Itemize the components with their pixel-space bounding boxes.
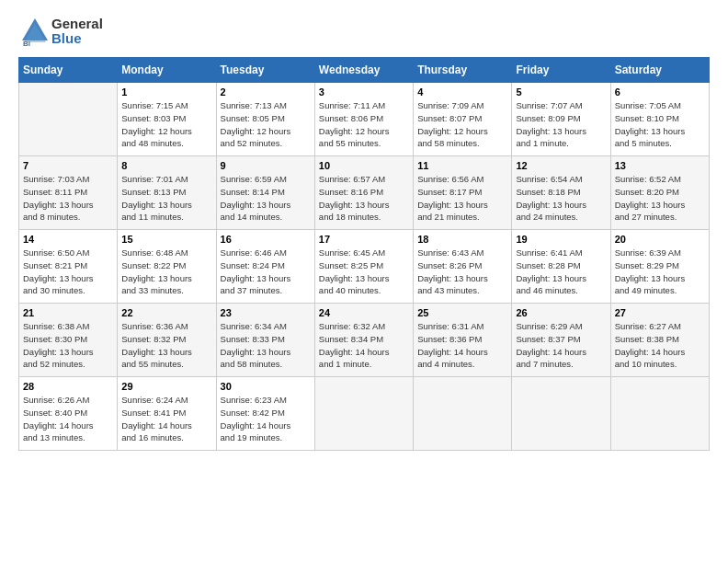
- day-number: 20: [615, 234, 705, 245]
- header: Bl General Blue: [18, 15, 710, 48]
- calendar-cell: 28Sunrise: 6:26 AM Sunset: 8:40 PM Dayli…: [19, 377, 118, 451]
- day-number: 12: [516, 160, 606, 171]
- day-number: 4: [417, 86, 507, 98]
- calendar-cell: 17Sunrise: 6:45 AM Sunset: 8:25 PM Dayli…: [314, 230, 413, 304]
- calendar-cell: 4Sunrise: 7:09 AM Sunset: 8:07 PM Daylig…: [414, 83, 512, 156]
- day-number: 11: [417, 160, 507, 171]
- day-number: 18: [417, 234, 507, 245]
- weekday-header-wednesday: Wednesday: [314, 58, 413, 83]
- day-info: Sunrise: 7:05 AM Sunset: 8:10 PM Dayligh…: [615, 99, 705, 150]
- day-info: Sunrise: 6:29 AM Sunset: 8:37 PM Dayligh…: [516, 320, 606, 371]
- week-row-0: 1Sunrise: 7:15 AM Sunset: 8:03 PM Daylig…: [19, 83, 710, 156]
- calendar-cell: 15Sunrise: 6:48 AM Sunset: 8:22 PM Dayli…: [118, 230, 216, 304]
- calendar-cell: 25Sunrise: 6:31 AM Sunset: 8:36 PM Dayli…: [414, 304, 512, 377]
- day-number: 10: [319, 160, 409, 171]
- weekday-header-sunday: Sunday: [19, 58, 118, 83]
- day-info: Sunrise: 6:59 AM Sunset: 8:14 PM Dayligh…: [221, 173, 311, 224]
- day-number: 15: [121, 234, 211, 245]
- day-info: Sunrise: 6:50 AM Sunset: 8:21 PM Dayligh…: [23, 247, 113, 297]
- day-info: Sunrise: 7:01 AM Sunset: 8:13 PM Dayligh…: [121, 173, 211, 224]
- logo-general: General: [51, 16, 103, 31]
- calendar-cell: [512, 377, 610, 451]
- day-info: Sunrise: 7:15 AM Sunset: 8:03 PM Dayligh…: [121, 99, 211, 150]
- calendar-cell: 12Sunrise: 6:54 AM Sunset: 8:18 PM Dayli…: [512, 156, 610, 230]
- day-info: Sunrise: 6:24 AM Sunset: 8:41 PM Dayligh…: [121, 394, 211, 444]
- calendar-cell: 11Sunrise: 6:56 AM Sunset: 8:17 PM Dayli…: [414, 156, 512, 230]
- day-info: Sunrise: 6:34 AM Sunset: 8:33 PM Dayligh…: [221, 320, 311, 371]
- calendar-cell: 14Sunrise: 6:50 AM Sunset: 8:21 PM Dayli…: [19, 230, 118, 304]
- calendar-cell: 20Sunrise: 6:39 AM Sunset: 8:29 PM Dayli…: [610, 230, 709, 304]
- header-row: SundayMondayTuesdayWednesdayThursdayFrid…: [19, 58, 710, 83]
- calendar-cell: [314, 377, 413, 451]
- day-number: 2: [221, 86, 311, 98]
- day-number: 17: [319, 234, 409, 245]
- day-number: 29: [121, 381, 211, 392]
- calendar-cell: 19Sunrise: 6:41 AM Sunset: 8:28 PM Dayli…: [512, 230, 610, 304]
- weekday-header-friday: Friday: [512, 58, 610, 83]
- weekday-header-tuesday: Tuesday: [216, 58, 314, 83]
- calendar-cell: 29Sunrise: 6:24 AM Sunset: 8:41 PM Dayli…: [118, 377, 216, 451]
- calendar-cell: 9Sunrise: 6:59 AM Sunset: 8:14 PM Daylig…: [216, 156, 314, 230]
- weekday-header-saturday: Saturday: [610, 58, 709, 83]
- week-row-2: 14Sunrise: 6:50 AM Sunset: 8:21 PM Dayli…: [19, 230, 710, 304]
- day-number: 26: [516, 307, 606, 318]
- day-number: 3: [319, 86, 409, 98]
- calendar-cell: 3Sunrise: 7:11 AM Sunset: 8:06 PM Daylig…: [314, 83, 413, 156]
- day-number: 23: [221, 307, 311, 318]
- day-number: 21: [23, 307, 113, 318]
- day-info: Sunrise: 6:52 AM Sunset: 8:20 PM Dayligh…: [615, 173, 705, 224]
- logo-blue: Blue: [51, 30, 82, 46]
- day-number: 19: [516, 234, 606, 245]
- calendar-cell: 18Sunrise: 6:43 AM Sunset: 8:26 PM Dayli…: [414, 230, 512, 304]
- day-info: Sunrise: 6:27 AM Sunset: 8:38 PM Dayligh…: [615, 320, 705, 371]
- day-info: Sunrise: 7:11 AM Sunset: 8:06 PM Dayligh…: [319, 99, 409, 150]
- day-number: 22: [121, 307, 211, 318]
- day-info: Sunrise: 6:46 AM Sunset: 8:24 PM Dayligh…: [221, 247, 311, 297]
- day-info: Sunrise: 6:54 AM Sunset: 8:18 PM Dayligh…: [516, 173, 606, 224]
- day-number: 27: [615, 307, 705, 318]
- day-number: 28: [23, 381, 113, 392]
- calendar-cell: 8Sunrise: 7:01 AM Sunset: 8:13 PM Daylig…: [118, 156, 216, 230]
- calendar-cell: 1Sunrise: 7:15 AM Sunset: 8:03 PM Daylig…: [118, 83, 216, 156]
- day-number: 1: [121, 86, 211, 98]
- calendar-cell: 27Sunrise: 6:27 AM Sunset: 8:38 PM Dayli…: [610, 304, 709, 377]
- logo: Bl General Blue: [18, 15, 103, 48]
- day-info: Sunrise: 6:41 AM Sunset: 8:28 PM Dayligh…: [516, 247, 606, 297]
- logo-icon: Bl: [18, 15, 51, 48]
- day-number: 14: [23, 234, 113, 245]
- calendar-cell: 30Sunrise: 6:23 AM Sunset: 8:42 PM Dayli…: [216, 377, 314, 451]
- day-info: Sunrise: 6:36 AM Sunset: 8:32 PM Dayligh…: [121, 320, 211, 371]
- page: Bl General Blue SundayMondayTuesdayWedne…: [0, 0, 728, 563]
- day-info: Sunrise: 6:31 AM Sunset: 8:36 PM Dayligh…: [417, 320, 507, 371]
- calendar-cell: 26Sunrise: 6:29 AM Sunset: 8:37 PM Dayli…: [512, 304, 610, 377]
- calendar-cell: 13Sunrise: 6:52 AM Sunset: 8:20 PM Dayli…: [610, 156, 709, 230]
- calendar-cell: [610, 377, 709, 451]
- calendar-cell: 5Sunrise: 7:07 AM Sunset: 8:09 PM Daylig…: [512, 83, 610, 156]
- calendar-cell: [19, 83, 118, 156]
- day-info: Sunrise: 6:45 AM Sunset: 8:25 PM Dayligh…: [319, 247, 409, 297]
- calendar-cell: 16Sunrise: 6:46 AM Sunset: 8:24 PM Dayli…: [216, 230, 314, 304]
- day-info: Sunrise: 6:43 AM Sunset: 8:26 PM Dayligh…: [417, 247, 507, 297]
- calendar-cell: 23Sunrise: 6:34 AM Sunset: 8:33 PM Dayli…: [216, 304, 314, 377]
- day-number: 30: [221, 381, 311, 392]
- day-number: 13: [615, 160, 705, 171]
- day-info: Sunrise: 7:03 AM Sunset: 8:11 PM Dayligh…: [23, 173, 113, 224]
- calendar-cell: 24Sunrise: 6:32 AM Sunset: 8:34 PM Dayli…: [314, 304, 413, 377]
- day-number: 9: [221, 160, 311, 171]
- day-info: Sunrise: 6:23 AM Sunset: 8:42 PM Dayligh…: [221, 394, 311, 444]
- day-number: 5: [516, 86, 606, 98]
- day-info: Sunrise: 6:57 AM Sunset: 8:16 PM Dayligh…: [319, 173, 409, 224]
- calendar-cell: 10Sunrise: 6:57 AM Sunset: 8:16 PM Dayli…: [314, 156, 413, 230]
- day-info: Sunrise: 6:39 AM Sunset: 8:29 PM Dayligh…: [615, 247, 705, 297]
- day-info: Sunrise: 7:13 AM Sunset: 8:05 PM Dayligh…: [221, 99, 311, 150]
- week-row-3: 21Sunrise: 6:38 AM Sunset: 8:30 PM Dayli…: [19, 304, 710, 377]
- day-number: 24: [319, 307, 409, 318]
- day-number: 8: [121, 160, 211, 171]
- day-info: Sunrise: 6:26 AM Sunset: 8:40 PM Dayligh…: [23, 394, 113, 444]
- day-number: 16: [221, 234, 311, 245]
- calendar-cell: 21Sunrise: 6:38 AM Sunset: 8:30 PM Dayli…: [19, 304, 118, 377]
- week-row-1: 7Sunrise: 7:03 AM Sunset: 8:11 PM Daylig…: [19, 156, 710, 230]
- day-number: 25: [417, 307, 507, 318]
- weekday-header-monday: Monday: [118, 58, 216, 83]
- week-row-4: 28Sunrise: 6:26 AM Sunset: 8:40 PM Dayli…: [19, 377, 710, 451]
